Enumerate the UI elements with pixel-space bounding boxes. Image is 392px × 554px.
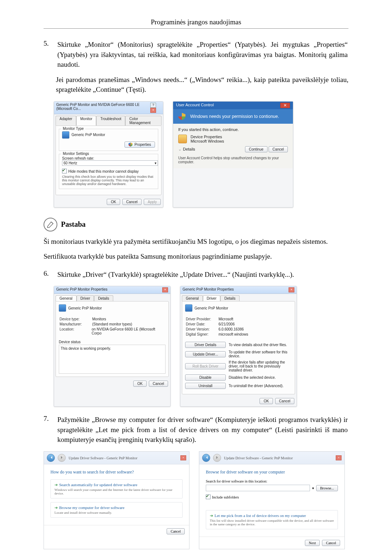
t: Browse my computer for driver software	[59, 505, 124, 510]
tab-driver[interactable]: Driver	[77, 295, 94, 301]
ok-button[interactable]: OK	[133, 381, 146, 387]
title: Generic PnP Monitor Properties	[183, 287, 234, 292]
driver-details-button[interactable]: Driver Details	[185, 342, 226, 348]
browse-button[interactable]: Browse...	[316, 485, 338, 491]
group-monitor-type: Monitor Type	[61, 127, 85, 131]
uac-dialog: User Account Control ✕ Windows needs you…	[173, 101, 293, 208]
hide-modes-label: Hide modes that this monitor cannot disp…	[68, 169, 139, 173]
d: To uninstall the driver (Advanced).	[229, 384, 292, 388]
v: Microsoft	[219, 317, 233, 321]
step-7-num: 7.	[44, 415, 56, 423]
d: Locate and install driver software manua…	[54, 511, 179, 514]
label: Properties	[134, 143, 151, 147]
cancel-button[interactable]: Cancel	[122, 199, 142, 205]
hide-modes-note: Clearing this check box allows you to se…	[62, 175, 155, 186]
tab-driver[interactable]: Driver	[203, 295, 221, 301]
page-header: Programinės įrangos naudojimas	[44, 15, 348, 29]
update-wizard-1: Update Driver Software - Generic PnP Mon…	[44, 451, 189, 549]
k: Driver Provider:	[186, 317, 219, 321]
ok-button[interactable]: OK	[107, 199, 120, 205]
disable-button[interactable]: Disable	[185, 374, 226, 381]
window-controls: ?×	[150, 103, 161, 113]
back-icon[interactable]	[47, 454, 55, 462]
t: Search automatically for updated driver …	[59, 483, 137, 487]
close-icon[interactable]: ×	[336, 455, 342, 460]
monitor-icon	[185, 304, 192, 312]
uac-message: Windows needs your permission to contion…	[190, 114, 279, 119]
status-label: Device status	[59, 340, 166, 344]
refresh-select[interactable]: 60 Hertz▾	[62, 160, 158, 166]
arrow-icon: ➔	[54, 505, 58, 510]
wizard-heading: Browse for driver software on your compu…	[206, 469, 338, 475]
tab-general[interactable]: General	[182, 295, 203, 301]
crumb: Update Driver Software - Generic PnP Mon…	[224, 456, 293, 460]
d: Windows will search your computer and th…	[54, 488, 179, 495]
close-icon[interactable]: ✕	[280, 103, 290, 108]
back-icon[interactable]	[202, 454, 210, 462]
close-icon[interactable]: ×	[150, 108, 156, 113]
uac-item-pub: Microsoft Windows	[191, 139, 224, 143]
step-5-text-2: Jei parodomas pranešimas „Windows needs.…	[56, 75, 348, 95]
uac-title: User Account Control	[176, 103, 214, 108]
chevron-down-icon[interactable]: ▾	[312, 486, 314, 490]
rollback-button[interactable]: Roll Back Driver	[185, 363, 226, 369]
value: 60 Hertz	[64, 161, 77, 165]
include-subfolders-checkbox[interactable]	[206, 495, 211, 499]
group-monitor-settings: Monitor Settings	[61, 152, 90, 156]
opt-browse-computer[interactable]: ➔Browse my computer for driver software …	[50, 502, 183, 518]
crumb: Update Driver Software - Generic PnP Mon…	[69, 456, 138, 460]
tab-details[interactable]: Details	[94, 295, 113, 301]
ok-button[interactable]: OK	[260, 398, 273, 404]
arrow-icon: ➔	[210, 513, 213, 518]
tab-monitor[interactable]: Monitor	[76, 116, 96, 126]
v: 6.0.6000.16386	[219, 327, 244, 331]
uac-footer: User Account Control helps stop unauthor…	[178, 156, 288, 164]
step-6: 6. Skirtuke „Driver“ (Tvarkyklė) spragte…	[44, 270, 348, 407]
k: Digital Signer:	[186, 332, 219, 336]
path-label: Search for driver software in this locat…	[206, 479, 338, 483]
dlg-title: Generic PnP Monitor and NVIDIA GeForce 6…	[56, 103, 150, 113]
t: Let me pick from a list of device driver…	[215, 513, 306, 518]
shield-icon	[178, 113, 185, 120]
cancel-button[interactable]: Cancel	[149, 381, 168, 387]
d: To update the driver software for this d…	[229, 350, 292, 358]
tab-adapter[interactable]: Adapter	[56, 116, 76, 126]
d: If the device fails after updating the d…	[229, 360, 292, 372]
status-box: This device is working properly.	[59, 345, 166, 374]
close-icon[interactable]: ×	[289, 287, 294, 292]
uninstall-button[interactable]: Uninstall	[185, 383, 226, 389]
driver-tab-dialog: Generic PnP Monitor Properties× General …	[180, 286, 297, 407]
v: microsoft windows	[219, 332, 248, 336]
uac-started: If you started this action, continue.	[178, 127, 288, 132]
update-driver-button[interactable]: Update Driver...	[185, 351, 226, 357]
next-button[interactable]: Next	[305, 540, 320, 546]
close-icon[interactable]: ×	[180, 455, 186, 460]
cancel-button[interactable]: Cancel	[167, 528, 185, 534]
tab-color[interactable]: Color Management	[125, 116, 162, 126]
close-icon[interactable]: ×	[162, 287, 168, 292]
k: Location:	[60, 327, 91, 335]
opt-pick-from-list[interactable]: ➔Let me pick from a list of device drive…	[206, 510, 338, 529]
step-5-text: Skirtuke „Monitor“ (Monitorius) spragtel…	[57, 40, 348, 70]
chevron-down-icon: ▾	[155, 161, 156, 165]
note-p2: Sertifikuota tvarkyklė bus pateikta Sams…	[44, 251, 348, 262]
cancel-button[interactable]: Cancel	[322, 540, 340, 546]
properties-button[interactable]: Properties	[124, 141, 155, 148]
tab-troubleshoot[interactable]: Troubleshoot	[96, 116, 125, 126]
cancel-button[interactable]: Cancel	[275, 398, 294, 404]
chevron-down-icon: ⌄	[178, 147, 181, 152]
apply-button[interactable]: Apply	[144, 199, 161, 205]
note-p1: Ši monitoriaus tvarkyklė yra pažymėta se…	[44, 237, 348, 247]
opt-auto-search[interactable]: ➔Search automatically for updated driver…	[50, 479, 183, 498]
hide-modes-checkbox[interactable]	[62, 169, 67, 173]
uac-item-name: Device Properties	[191, 135, 224, 139]
details-expander[interactable]: ⌄ Details	[178, 147, 195, 152]
v: on NVIDIA GeForce 6600 LE (Microsoft Cor…	[91, 327, 165, 335]
cancel-button[interactable]: Cancel	[269, 146, 288, 152]
tab-details[interactable]: Details	[220, 295, 240, 301]
d: This list will show installed driver sof…	[210, 519, 334, 526]
step-7-text: Pažymėkite „Browse my computer for drive…	[57, 415, 348, 445]
path-input[interactable]	[206, 485, 310, 491]
continue-button[interactable]: Continue	[245, 146, 268, 152]
tab-general[interactable]: General	[56, 295, 77, 301]
